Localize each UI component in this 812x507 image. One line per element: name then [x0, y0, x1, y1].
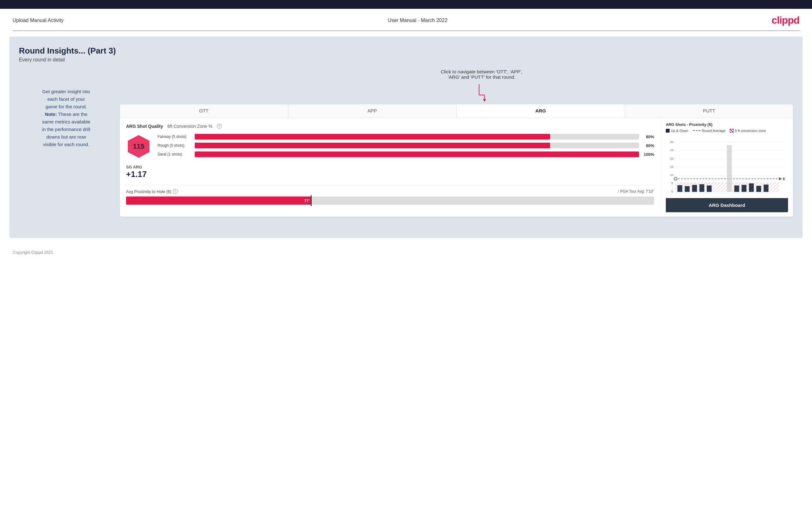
upload-manual-link[interactable]: Upload Manual Activity — [13, 18, 64, 23]
sg-label: SG ARG — [126, 165, 654, 169]
svg-rect-27 — [692, 185, 697, 192]
arg-dashboard-btn[interactable]: ARG Dashboard — [666, 198, 788, 212]
proximity-section: Avg Proximity to Hole (ft) ? ↑ PGA Tour … — [126, 185, 654, 205]
right-card: ARG Shots - Proximity (ft) Up & Down Rou… — [661, 118, 793, 217]
hexagon: 115 — [126, 134, 151, 159]
svg-rect-28 — [700, 184, 705, 192]
top-bar — [0, 0, 812, 9]
bar-track-rough — [195, 143, 639, 148]
proximity-info-icon[interactable]: ? — [173, 189, 178, 194]
chart-svg: 0 5 10 15 20 25 30 — [666, 135, 788, 195]
header: Upload Manual Activity User Manual - Mar… — [0, 9, 812, 31]
proximity-cursor — [311, 195, 312, 206]
card-body: ARG Shot Quality 6ft Conversion Zone % ?… — [120, 118, 793, 217]
svg-marker-3 — [483, 99, 486, 102]
tabs-container: OTT APP ARG PUTT — [120, 104, 793, 118]
svg-point-20 — [674, 177, 677, 180]
svg-text:0: 0 — [671, 189, 673, 193]
section-title: Round Insights... (Part 3) — [19, 46, 793, 56]
round-insights-card: OTT APP ARG PUTT ARG Shot Quality 6ft Co… — [120, 104, 793, 217]
left-panel: Get greater insight into each facet of y… — [19, 69, 120, 148]
shot-quality-label: ARG Shot Quality — [126, 124, 163, 129]
tab-ott[interactable]: OTT — [120, 104, 288, 118]
bar-fill-rough — [195, 143, 550, 148]
main-content: Round Insights... (Part 3) Every round i… — [9, 37, 803, 238]
bar-fill-fairway — [195, 134, 550, 139]
tab-arg[interactable]: ARG — [457, 104, 625, 118]
document-title: User Manual - March 2022 — [388, 18, 447, 23]
conversion-label: 6ft Conversion Zone % — [167, 124, 212, 129]
bar-pct-rough: 80% — [642, 143, 654, 148]
svg-rect-31 — [734, 185, 739, 192]
clippd-logo: clippd — [772, 14, 799, 26]
svg-rect-26 — [685, 186, 690, 192]
svg-text:8: 8 — [783, 177, 785, 181]
legend-dashed-icon — [693, 130, 701, 131]
legend-round-avg-label: Round Average — [702, 129, 726, 132]
legend-square-icon — [666, 129, 670, 132]
bar-row-rough: Rough (5 shots) 80% — [158, 143, 654, 148]
tab-app[interactable]: APP — [288, 104, 457, 118]
annotation-text: Get greater insight into each facet of y… — [19, 88, 113, 148]
tab-putt[interactable]: PUTT — [625, 104, 794, 118]
legend-hatched-icon — [730, 129, 733, 132]
svg-text:30: 30 — [670, 140, 674, 144]
chart-area: 0 5 10 15 20 25 30 — [666, 135, 788, 195]
svg-text:5: 5 — [671, 181, 673, 185]
hexagon-score: 115 Fairway (5 shots) 80% — [126, 134, 654, 160]
svg-rect-32 — [742, 185, 747, 192]
proximity-bar-fill: 77' — [126, 196, 311, 205]
bar-pct-sand: 100% — [642, 152, 654, 157]
bar-row-fairway: Fairway (5 shots) 80% — [158, 134, 654, 139]
bar-label-rough: Rough (5 shots) — [158, 143, 192, 148]
arrow-container — [120, 83, 793, 102]
chart-header: ARG Shots - Proximity (ft) — [666, 122, 788, 127]
bar-fill-sand — [195, 152, 639, 157]
arrow-icon — [472, 83, 491, 102]
legend-up-down: Up & Down — [666, 129, 689, 132]
legend-round-avg: Round Average — [693, 129, 726, 132]
header-divider — [13, 31, 799, 31]
svg-text:10: 10 — [670, 173, 674, 177]
svg-text:15: 15 — [670, 165, 674, 168]
legend-conversion-label: 6 ft conversion zone — [735, 129, 766, 132]
svg-marker-21 — [779, 177, 782, 180]
sg-value: +1.17 — [126, 169, 654, 179]
proximity-value: 77' — [304, 199, 310, 203]
copyright-text: Copyright Clippd 2021 — [13, 250, 53, 255]
section-subtitle: Every round in detail — [19, 57, 793, 63]
bar-pct-fairway: 80% — [642, 134, 654, 139]
bar-row-sand: Sand (1 shots) 100% — [158, 152, 654, 157]
svg-rect-29 — [707, 185, 712, 192]
bar-track-fairway — [195, 134, 639, 139]
sg-section: SG ARG +1.17 — [126, 165, 654, 179]
svg-text:25: 25 — [670, 148, 674, 152]
legend-up-down-label: Up & Down — [671, 129, 689, 132]
footer: Copyright Clippd 2021 — [0, 244, 812, 261]
chart-legend: Up & Down Round Average 6 ft conversion … — [666, 129, 788, 132]
info-icon[interactable]: ? — [217, 124, 222, 129]
svg-rect-30 — [727, 145, 732, 192]
nav-annotation: Click to navigate between 'OTT', 'APP', … — [120, 69, 793, 80]
hex-score: 115 — [133, 142, 145, 151]
bar-label-fairway: Fairway (5 shots) — [158, 134, 192, 139]
svg-rect-34 — [756, 186, 761, 192]
bar-track-sand — [195, 152, 639, 157]
proximity-header: Avg Proximity to Hole (ft) ? ↑ PGA Tour … — [126, 189, 654, 194]
bar-label-sand: Sand (1 shots) — [158, 152, 192, 157]
proximity-label: Avg Proximity to Hole (ft) ? — [126, 189, 178, 194]
svg-rect-33 — [749, 183, 754, 192]
right-panel: Click to navigate between 'OTT', 'APP', … — [120, 69, 793, 217]
proximity-text: Avg Proximity to Hole (ft) — [126, 189, 171, 194]
svg-text:20: 20 — [670, 157, 674, 160]
legend-conversion: 6 ft conversion zone — [730, 129, 766, 132]
proximity-bar-track: 77' — [126, 196, 654, 205]
svg-rect-25 — [677, 185, 682, 192]
svg-rect-35 — [763, 184, 768, 192]
pga-avg-label: ↑ PGA Tour Avg: 7'10" — [617, 189, 654, 194]
bars-section: Fairway (5 shots) 80% Rough (5 shots) — [158, 134, 654, 160]
left-card: ARG Shot Quality 6ft Conversion Zone % ?… — [120, 118, 661, 217]
shot-quality-header: ARG Shot Quality 6ft Conversion Zone % ? — [126, 124, 654, 129]
